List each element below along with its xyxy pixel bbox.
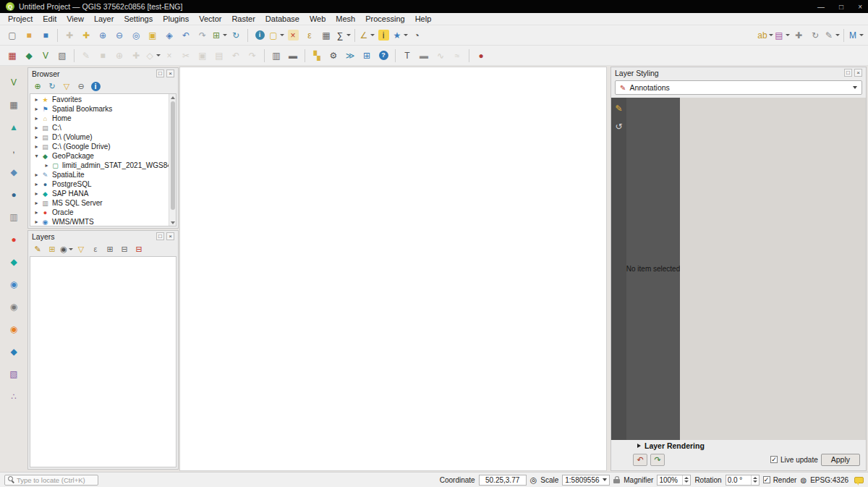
add-spatialite-layer-button[interactable]: ◆: [6, 164, 22, 180]
collapse-arrow-icon[interactable]: [637, 444, 641, 448]
menu-web[interactable]: Web: [305, 14, 331, 24]
scale-dropdown-icon[interactable]: [603, 478, 607, 481]
open-project-button[interactable]: ■: [21, 27, 37, 43]
spinner-arrows-icon[interactable]: [751, 475, 759, 485]
open-attribute-table-button[interactable]: ▦: [318, 27, 334, 43]
select-by-location-button[interactable]: ▚: [309, 48, 325, 64]
new-virtual-layer-button[interactable]: ▧: [54, 48, 70, 64]
processing-toolbox-button[interactable]: ⚙: [326, 48, 341, 64]
add-delimited-text-layer-button[interactable]: ,: [6, 142, 22, 158]
layer-labeling-button[interactable]: ab: [757, 27, 773, 43]
rotate-label-button[interactable]: ↻: [807, 27, 823, 43]
vertex-tool-button[interactable]: ◇: [145, 48, 161, 64]
styling-float-button[interactable]: □: [844, 69, 852, 77]
add-oracle-layer-button[interactable]: ●: [6, 232, 22, 247]
add-arcgis-rest-layer-button[interactable]: ◆: [6, 344, 22, 360]
browser-float-button[interactable]: □: [156, 69, 164, 77]
open-layer-styling-button[interactable]: ✎: [31, 242, 44, 255]
move-label-button[interactable]: ✚: [791, 27, 807, 43]
browser-item-wms-wmts[interactable]: ▸◉WMS/WMTS: [30, 217, 169, 226]
dropdown-arrow-icon[interactable]: [859, 34, 864, 36]
minimize-button[interactable]: —: [817, 3, 825, 11]
locator-input[interactable]: [17, 476, 93, 484]
browser-item-d-volume[interactable]: ▸▤D:\ (Volume): [30, 132, 169, 142]
render-checkbox[interactable]: Render: [763, 476, 797, 484]
style-undo-button[interactable]: ↶: [633, 454, 647, 466]
pan-to-selection-button[interactable]: ✚: [78, 27, 94, 43]
zoom-last-button[interactable]: ↶: [178, 27, 194, 43]
browser-close-button[interactable]: ×: [166, 69, 174, 77]
messages-button[interactable]: [854, 477, 864, 483]
browser-item-limiti-admin-stat-2021-wgs84-gpkg[interactable]: ▸▢limiti_admin_STAT_2021_WGS84.gpkg: [30, 161, 169, 170]
apply-button[interactable]: Apply: [821, 454, 860, 466]
expand-arrow-icon[interactable]: ▸: [33, 134, 41, 140]
filter-browser-button[interactable]: ▽: [60, 80, 73, 93]
menu-mesh[interactable]: Mesh: [331, 14, 360, 24]
expand-all-button[interactable]: ⊞: [103, 242, 116, 255]
add-raster-layer-button[interactable]: ▦: [6, 97, 22, 113]
styling-close-button[interactable]: ×: [854, 69, 862, 77]
dropdown-arrow-icon[interactable]: [156, 54, 161, 56]
refresh-map-button[interactable]: ↻: [228, 27, 244, 43]
zoom-in-button[interactable]: ⊕: [95, 27, 111, 43]
add-point-cloud-layer-button[interactable]: ∴: [6, 389, 22, 405]
manage-map-themes-button[interactable]: ◉: [60, 242, 73, 255]
menu-vector[interactable]: Vector: [194, 14, 226, 24]
menu-view[interactable]: View: [61, 14, 89, 24]
dropdown-arrow-icon[interactable]: [769, 34, 773, 36]
layer-selector-combo[interactable]: ✎ Annotations: [615, 80, 862, 95]
metasearch-button[interactable]: M: [848, 27, 864, 43]
menu-settings[interactable]: Settings: [119, 14, 158, 24]
expand-arrow-icon[interactable]: ▸: [33, 115, 41, 122]
browser-item-spatialite[interactable]: ▸✎SpatiaLite: [30, 170, 169, 179]
add-vector-tile-layer-button[interactable]: ▧: [6, 366, 22, 382]
spinner-arrows-icon[interactable]: [682, 475, 690, 485]
close-button[interactable]: ×: [858, 3, 862, 11]
menu-plugins[interactable]: Plugins: [158, 14, 194, 24]
undo-button[interactable]: ↶: [228, 48, 244, 64]
properties-widget-button[interactable]: i: [89, 80, 102, 93]
rotation-spinbox[interactable]: [726, 475, 760, 486]
change-label-button[interactable]: ✎: [824, 27, 840, 43]
annotation-properties-tab[interactable]: ✎: [613, 102, 626, 115]
temporal-controller-button[interactable]: ◔: [409, 27, 425, 43]
add-vector-layer-button[interactable]: V: [6, 75, 22, 90]
expand-arrow-icon[interactable]: ▸: [33, 171, 41, 178]
show-layout-manager-button[interactable]: ▥: [268, 48, 284, 64]
add-group-button[interactable]: ⊞: [46, 242, 59, 255]
add-selected-layers-button[interactable]: ⊕: [31, 80, 44, 93]
collapse-all-button[interactable]: ⊟: [118, 242, 131, 255]
maximize-button[interactable]: □: [839, 3, 843, 11]
layers-list[interactable]: [30, 256, 176, 467]
expand-arrow-icon[interactable]: ▸: [33, 96, 41, 103]
live-update-checkbox[interactable]: Live update: [770, 456, 818, 464]
osm-search-button[interactable]: ●: [473, 48, 489, 64]
browser-item-c-google-drive[interactable]: ▸▤C:\ (Google Drive): [30, 142, 169, 151]
refresh-browser-button[interactable]: ↻: [46, 80, 59, 93]
add-mesh-layer-button[interactable]: ▲: [6, 119, 22, 135]
expand-arrow-icon[interactable]: ▸: [43, 162, 51, 169]
browser-item-home[interactable]: ▸⌂Home: [30, 114, 169, 123]
add-form-annotation-button[interactable]: ▬: [416, 48, 432, 64]
dropdown-arrow-icon[interactable]: [404, 34, 408, 36]
layers-float-button[interactable]: □: [156, 232, 164, 240]
expand-arrow-icon[interactable]: ▸: [33, 219, 41, 225]
browser-item-oracle[interactable]: ▸●Oracle: [30, 208, 169, 217]
measure-button[interactable]: ∠: [359, 27, 375, 43]
dropdown-arrow-icon[interactable]: [346, 34, 351, 36]
menu-help[interactable]: Help: [410, 14, 437, 24]
save-layer-edits-button[interactable]: ■: [95, 48, 111, 64]
expand-arrow-icon[interactable]: ▸: [33, 143, 41, 150]
coordinate-input[interactable]: [479, 475, 527, 486]
remove-layer-button[interactable]: ⊟: [132, 242, 145, 255]
map-tips-button[interactable]: i: [375, 27, 391, 43]
scale-combo[interactable]: 1:5809556: [562, 475, 610, 486]
magnifier-spinbox[interactable]: [657, 475, 691, 486]
new-geopackage-layer-button[interactable]: ◆: [21, 48, 37, 64]
identify-features-button[interactable]: i: [252, 27, 268, 43]
save-project-button[interactable]: ■: [38, 27, 54, 43]
toggle-editing-button[interactable]: ✎: [78, 48, 94, 64]
copy-features-button[interactable]: ▣: [195, 48, 210, 64]
dropdown-arrow-icon[interactable]: [280, 34, 284, 36]
zoom-out-button[interactable]: ⊖: [111, 27, 127, 43]
